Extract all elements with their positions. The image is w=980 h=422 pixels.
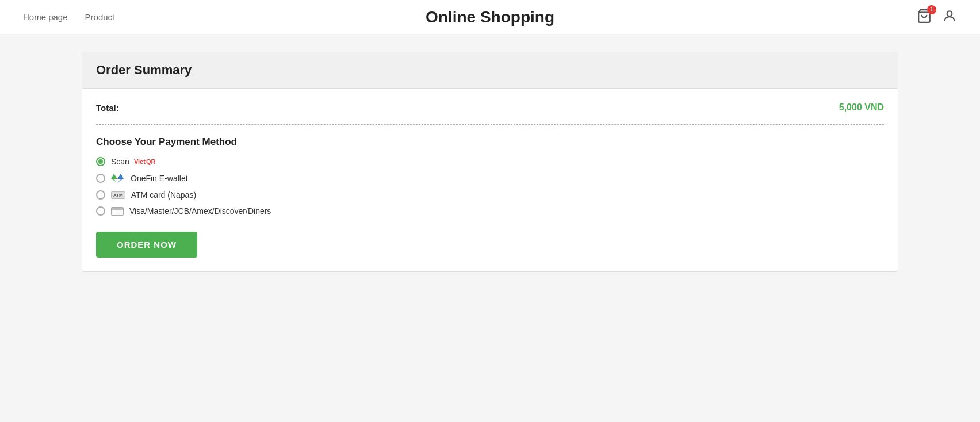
- svg-marker-2: [111, 174, 117, 179]
- main-content: Order Summary Total: 5,000 VND Choose Yo…: [64, 52, 916, 272]
- payment-options: Scan VietQR: [96, 157, 884, 216]
- total-value: 5,000 VND: [839, 102, 884, 113]
- radio-card[interactable]: [96, 206, 105, 216]
- svg-point-1: [947, 11, 952, 16]
- radio-atm[interactable]: [96, 190, 105, 200]
- onefin-icon: [111, 173, 124, 183]
- total-row: Total: 5,000 VND: [96, 102, 884, 125]
- total-label: Total:: [96, 103, 119, 113]
- user-icon: [942, 9, 957, 24]
- atm-icon: ATM: [111, 191, 125, 199]
- site-title: Online Shopping: [426, 8, 554, 26]
- order-summary-card: Order Summary Total: 5,000 VND Choose Yo…: [82, 52, 898, 272]
- onefin-logo-icon: [111, 173, 124, 183]
- credit-card-icon: [111, 207, 124, 216]
- radio-scan[interactable]: [96, 157, 105, 166]
- viet-text: Viet: [134, 158, 146, 165]
- svg-marker-5: [117, 179, 124, 183]
- nav-home[interactable]: Home page: [23, 12, 68, 22]
- svg-marker-4: [111, 179, 117, 183]
- vietqr-icon: VietQR: [134, 158, 155, 165]
- user-button[interactable]: [942, 9, 957, 26]
- payment-option-scan[interactable]: Scan VietQR: [96, 157, 884, 166]
- onefin-label: OneFin E-wallet: [131, 174, 188, 183]
- card-label: Visa/Master/JCB/Amex/Discover/Diners: [129, 206, 271, 216]
- payment-option-atm[interactable]: ATM ATM card (Napas): [96, 190, 884, 200]
- qr-text: QR: [146, 158, 156, 165]
- atm-label: ATM card (Napas): [131, 190, 196, 200]
- order-card-header: Order Summary: [82, 52, 898, 89]
- payment-option-card[interactable]: Visa/Master/JCB/Amex/Discover/Diners: [96, 206, 884, 216]
- cart-button[interactable]: 1: [917, 9, 932, 26]
- svg-marker-3: [117, 174, 124, 179]
- cart-badge: 1: [927, 5, 936, 14]
- scan-label: Scan VietQR: [111, 157, 155, 166]
- order-card-body: Total: 5,000 VND Choose Your Payment Met…: [82, 89, 898, 271]
- radio-onefin[interactable]: [96, 174, 105, 183]
- payment-heading: Choose Your Payment Method: [96, 136, 884, 148]
- scan-text: Scan: [111, 157, 129, 166]
- header-icons: 1: [917, 9, 957, 26]
- payment-option-onefin[interactable]: OneFin E-wallet: [96, 173, 884, 183]
- nav: Home page Product: [23, 12, 114, 22]
- order-now-button[interactable]: ORDER NOW: [96, 232, 197, 258]
- nav-product[interactable]: Product: [85, 12, 115, 22]
- header: Home page Product Online Shopping 1: [0, 0, 980, 34]
- order-summary-heading: Order Summary: [96, 63, 884, 78]
